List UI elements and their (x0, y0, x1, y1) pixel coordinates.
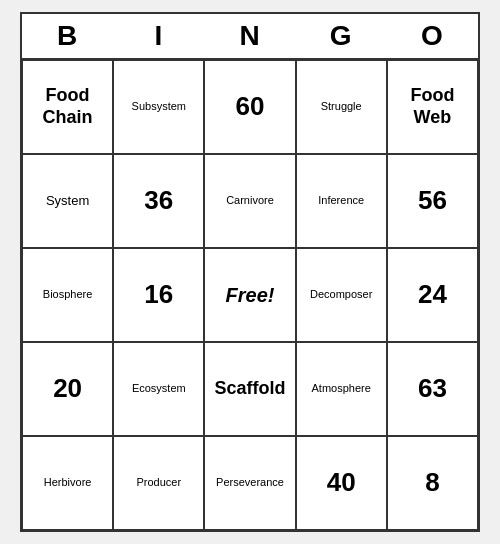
cell-r0-c2: 60 (204, 60, 295, 154)
cell-r2-c2: Free! (204, 248, 295, 342)
cell-text-r2-c0: Biosphere (43, 288, 93, 301)
cell-r1-c1: 36 (113, 154, 204, 248)
cell-r1-c0: System (22, 154, 113, 248)
cell-r3-c4: 63 (387, 342, 478, 436)
header-letter-o: O (387, 14, 478, 58)
cell-r0-c3: Struggle (296, 60, 387, 154)
cell-text-r4-c4: 8 (425, 467, 439, 498)
bingo-card: BINGO Food ChainSubsystem60StruggleFood … (20, 12, 480, 532)
cell-text-r0-c2: 60 (236, 91, 265, 122)
cell-text-r1-c4: 56 (418, 185, 447, 216)
cell-r1-c4: 56 (387, 154, 478, 248)
cell-text-r4-c3: 40 (327, 467, 356, 498)
cell-text-r0-c1: Subsystem (132, 100, 186, 113)
cell-r0-c0: Food Chain (22, 60, 113, 154)
bingo-grid: Food ChainSubsystem60StruggleFood WebSys… (22, 58, 478, 530)
cell-text-r1-c3: Inference (318, 194, 364, 207)
cell-r2-c3: Decomposer (296, 248, 387, 342)
cell-r4-c3: 40 (296, 436, 387, 530)
cell-r0-c4: Food Web (387, 60, 478, 154)
cell-text-r0-c3: Struggle (321, 100, 362, 113)
cell-text-r0-c0: Food Chain (27, 85, 108, 128)
cell-r4-c1: Producer (113, 436, 204, 530)
cell-r4-c2: Perseverance (204, 436, 295, 530)
bingo-header: BINGO (22, 14, 478, 58)
cell-text-r3-c0: 20 (53, 373, 82, 404)
cell-r4-c4: 8 (387, 436, 478, 530)
cell-text-r3-c2: Scaffold (214, 378, 285, 400)
cell-text-r1-c2: Carnivore (226, 194, 274, 207)
cell-text-r1-c1: 36 (144, 185, 173, 216)
cell-text-r2-c1: 16 (144, 279, 173, 310)
cell-r4-c0: Herbivore (22, 436, 113, 530)
header-letter-n: N (204, 14, 295, 58)
cell-text-r2-c2: Free! (226, 283, 275, 307)
cell-r2-c0: Biosphere (22, 248, 113, 342)
cell-r3-c2: Scaffold (204, 342, 295, 436)
header-letter-i: I (113, 14, 204, 58)
cell-text-r3-c4: 63 (418, 373, 447, 404)
cell-text-r4-c1: Producer (136, 476, 181, 489)
cell-r0-c1: Subsystem (113, 60, 204, 154)
cell-r2-c1: 16 (113, 248, 204, 342)
cell-r3-c0: 20 (22, 342, 113, 436)
cell-text-r3-c3: Atmosphere (312, 382, 371, 395)
cell-text-r1-c0: System (46, 193, 89, 209)
cell-text-r3-c1: Ecosystem (132, 382, 186, 395)
header-letter-b: B (22, 14, 113, 58)
cell-r1-c2: Carnivore (204, 154, 295, 248)
cell-text-r4-c0: Herbivore (44, 476, 92, 489)
cell-r2-c4: 24 (387, 248, 478, 342)
cell-text-r4-c2: Perseverance (216, 476, 284, 489)
cell-r3-c3: Atmosphere (296, 342, 387, 436)
cell-r1-c3: Inference (296, 154, 387, 248)
cell-r3-c1: Ecosystem (113, 342, 204, 436)
cell-text-r2-c4: 24 (418, 279, 447, 310)
cell-text-r2-c3: Decomposer (310, 288, 372, 301)
cell-text-r0-c4: Food Web (392, 85, 473, 128)
header-letter-g: G (296, 14, 387, 58)
